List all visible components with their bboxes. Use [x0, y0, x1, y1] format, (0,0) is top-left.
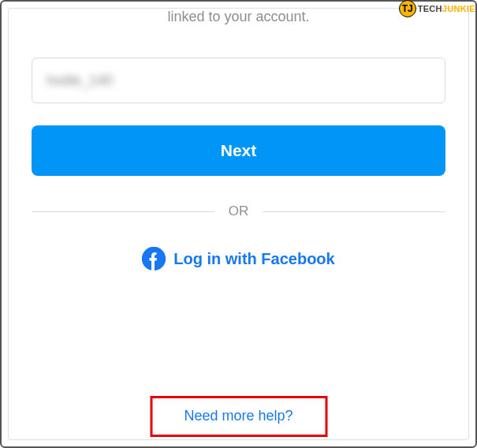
divider: OR — [32, 203, 445, 219]
instruction-text: linked to your account. — [32, 8, 445, 26]
divider-text: OR — [214, 203, 263, 219]
facebook-login-label: Log in with Facebook — [173, 250, 334, 268]
next-button[interactable]: Next — [32, 125, 445, 176]
watermark: TJ TECHJUNKIE — [399, 0, 475, 17]
need-more-help-link[interactable]: Need more help? — [184, 408, 293, 424]
login-help-container: linked to your account. hodle_140 Next O… — [0, 0, 477, 448]
facebook-icon — [142, 247, 166, 271]
divider-line-left — [32, 211, 214, 212]
watermark-text-junkie: JUNKIE — [442, 4, 475, 13]
username-input[interactable]: hodle_140 — [32, 58, 445, 103]
facebook-login-button[interactable]: Log in with Facebook — [142, 247, 334, 271]
divider-line-right — [263, 211, 445, 212]
watermark-icon: TJ — [399, 0, 416, 17]
input-blurred-value: hodle_140 — [47, 73, 113, 89]
watermark-text-tech: TECH — [418, 4, 442, 13]
